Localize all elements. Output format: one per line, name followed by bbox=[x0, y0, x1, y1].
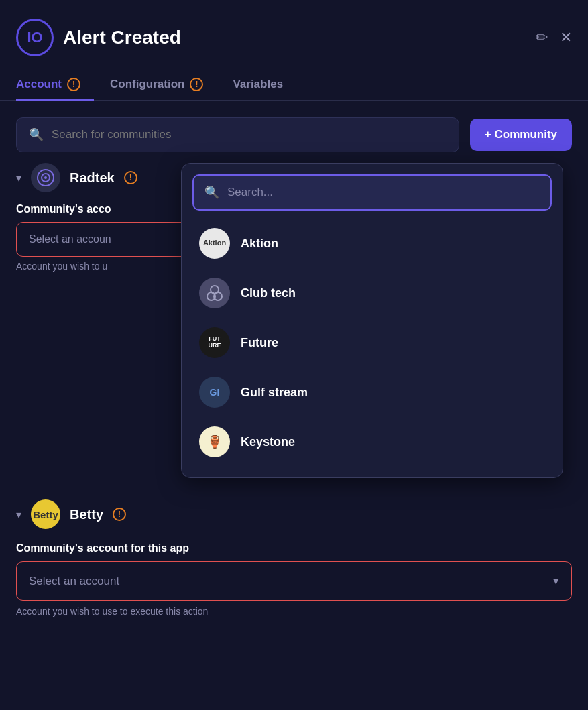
betty-account-section: Community's account for this app Select … bbox=[0, 542, 588, 617]
tab-configuration-label: Configuration bbox=[110, 78, 184, 91]
betty-chevron-icon: ▾ bbox=[553, 574, 559, 588]
keystone-logo: 🏺 bbox=[199, 426, 230, 457]
app-logo: IO bbox=[16, 19, 54, 56]
tab-bar: Account ! Configuration ! Variables bbox=[0, 70, 588, 101]
keystone-label: Keystone bbox=[241, 435, 295, 449]
add-community-button[interactable]: + Community bbox=[470, 119, 572, 151]
future-label: Future bbox=[241, 336, 278, 350]
dropdown-item-clubtech[interactable]: Club tech bbox=[192, 268, 552, 318]
header-left: IO Alert Created bbox=[16, 19, 181, 56]
dropdown-search-icon: 🔍 bbox=[204, 185, 219, 200]
aktion-logo: Aktion bbox=[199, 228, 230, 259]
dropdown-item-keystone[interactable]: 🏺 Keystone bbox=[192, 417, 552, 467]
chevron-down-icon-betty[interactable]: ▾ bbox=[16, 508, 21, 521]
betty-account-placeholder: Select an account bbox=[29, 575, 119, 588]
tab-variables[interactable]: Variables bbox=[233, 70, 296, 101]
tab-account[interactable]: Account ! bbox=[16, 70, 94, 101]
future-logo: FUTURE bbox=[199, 327, 230, 358]
dropdown-search-bar[interactable]: 🔍 bbox=[192, 174, 552, 211]
main-content: ▾ Radtek ! Community's acco Select an ac… bbox=[0, 163, 588, 529]
dropdown-item-aktion[interactable]: Aktion Aktion bbox=[192, 219, 552, 268]
tab-configuration[interactable]: Configuration ! bbox=[110, 70, 217, 101]
radtek-name: Radtek bbox=[70, 170, 115, 186]
dropdown-item-gulfstream[interactable]: GI Gulf stream bbox=[192, 367, 552, 417]
community-dropdown: 🔍 Aktion Aktion Club tech FUTURE bbox=[181, 163, 563, 478]
search-icon: 🔍 bbox=[29, 127, 44, 142]
aktion-label: Aktion bbox=[241, 237, 278, 251]
dropdown-search-input[interactable] bbox=[227, 186, 540, 199]
radtek-account-placeholder: Select an accoun bbox=[29, 233, 111, 245]
search-row: 🔍 + Community bbox=[0, 101, 588, 163]
page-title: Alert Created bbox=[63, 27, 181, 48]
betty-logo: Betty bbox=[31, 499, 60, 529]
tab-variables-label: Variables bbox=[233, 78, 283, 91]
tab-account-label: Account bbox=[16, 78, 62, 91]
chevron-down-icon[interactable]: ▾ bbox=[16, 172, 21, 184]
community-betty: ▾ Betty Betty ! bbox=[16, 499, 572, 529]
clubtech-label: Club tech bbox=[241, 286, 296, 300]
dropdown-item-future[interactable]: FUTURE Future bbox=[192, 318, 552, 367]
search-input[interactable] bbox=[52, 128, 447, 141]
radtek-logo bbox=[31, 163, 60, 192]
community-betty-header: ▾ Betty Betty ! bbox=[16, 499, 572, 529]
betty-account-select[interactable]: Select an account ▾ bbox=[16, 561, 572, 601]
header-actions: ✏ ✕ bbox=[536, 29, 572, 46]
betty-account-label: Community's account for this app bbox=[16, 542, 572, 554]
betty-name: Betty bbox=[70, 507, 103, 522]
close-icon[interactable]: ✕ bbox=[560, 29, 572, 46]
modal-header: IO Alert Created ✏ ✕ bbox=[0, 0, 588, 70]
radtek-warning: ! bbox=[124, 171, 137, 184]
community-search-bar[interactable]: 🔍 bbox=[16, 117, 459, 152]
betty-account-help: Account you wish to use to execute this … bbox=[16, 606, 572, 617]
gulfstream-logo: GI bbox=[199, 377, 230, 408]
radtek-account-select[interactable]: Select an accoun bbox=[16, 222, 190, 257]
betty-warning: ! bbox=[113, 508, 126, 521]
tab-configuration-warning: ! bbox=[190, 78, 203, 91]
edit-icon[interactable]: ✏ bbox=[536, 29, 548, 46]
clubtech-logo bbox=[199, 278, 230, 308]
tab-account-warning: ! bbox=[67, 78, 80, 91]
svg-point-2 bbox=[44, 176, 47, 179]
gulfstream-label: Gulf stream bbox=[241, 386, 308, 400]
